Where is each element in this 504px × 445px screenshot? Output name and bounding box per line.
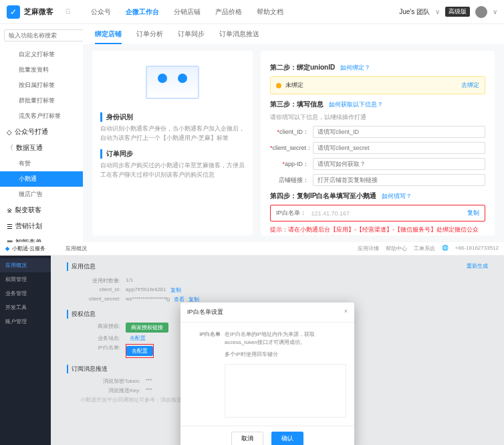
ls-biz[interactable]: 业务管理: [0, 286, 51, 300]
illustration: [100, 59, 245, 106]
step2-link[interactable]: 如何绑定？: [340, 64, 370, 71]
step3-hint: 请你填写以下信息，以继续操作打通: [270, 113, 485, 122]
step3-title: 第三步：填写信息如何获取以下信息？: [270, 100, 485, 109]
client-secret-input[interactable]: [313, 142, 485, 154]
modal-textarea[interactable]: [225, 364, 346, 418]
sb-group-tag[interactable]: 群批量打标签: [0, 93, 83, 108]
sb-title-plan[interactable]: ☰营销计划: [0, 218, 83, 234]
ip-modal: IP白名单设置 × IP白名单 在IP白名单的IP地址内作为来源，获取acces…: [180, 302, 354, 445]
top-nav: ✓ 芝麻微客 G 公众号 企微工作台 分销店铺 产品价格 帮助文档 Jue's …: [0, 0, 504, 24]
modal-ok[interactable]: 确认: [271, 432, 303, 445]
lower-nav-ticket[interactable]: 工单系统: [414, 245, 435, 252]
modal-cancel[interactable]: 取消: [231, 432, 263, 445]
lower-brand-icon: ◆: [5, 246, 9, 252]
ip-value: 121.41.70.167: [311, 210, 350, 217]
ip-warning: 提示：请在小鹅通后台【应用】-【经营渠道】-【微信服务号】处绑定微信公众号，否则…: [270, 226, 485, 236]
google-icon[interactable]: G: [66, 8, 71, 15]
step4-link[interactable]: 如何填写？: [382, 193, 412, 199]
domain-config[interactable]: 去配置: [130, 335, 146, 342]
premium-badge: 高级版: [445, 7, 470, 17]
lm-regen[interactable]: 重新生成: [467, 262, 488, 275]
avatar[interactable]: [475, 6, 487, 18]
lang-icon[interactable]: 🌐: [442, 245, 449, 252]
subnav-sync[interactable]: 订单同步: [178, 29, 205, 44]
main-nav: 公众号 企微工作台 分销店铺 产品价格 帮助文档: [91, 7, 283, 17]
modal-close-icon[interactable]: ×: [344, 308, 348, 317]
merchant-auth-btn[interactable]: 商家授权链接: [126, 323, 168, 333]
modal-text2: 多个IP时使用回车键分: [225, 351, 346, 359]
shop-link-input[interactable]: [313, 174, 485, 186]
ls-overview[interactable]: 应用概况: [0, 258, 51, 272]
step3-link[interactable]: 如何获取以下信息？: [329, 101, 383, 108]
lower-phone: +86-18162733512: [455, 245, 499, 252]
copy-clientid[interactable]: 复制: [170, 286, 181, 294]
nav-fenxiao[interactable]: 分销店铺: [174, 7, 201, 17]
sb-title-data[interactable]: 〈数据互通: [0, 140, 83, 156]
ip-config-highlight: 去配置: [126, 344, 154, 358]
lm-sec1-title: 应用信息: [67, 262, 96, 271]
step2-title: 第二步：绑定unionID如何绑定？: [270, 63, 485, 72]
sec-identity-title: 身份识别: [100, 112, 245, 122]
modal-text1: 在IP白名单的IP地址内作为来源，获取access_token接口才可调用成功。: [225, 331, 346, 347]
nav-right: Jue's 团队 ∨ 高级版 ∨: [399, 6, 497, 18]
lower-nav-detail[interactable]: 应用详情: [358, 245, 379, 252]
sb-xiaoe[interactable]: 小鹅通: [0, 171, 83, 187]
nav-help[interactable]: 帮助文档: [257, 7, 283, 17]
ip-config-btn[interactable]: 去配置: [126, 346, 153, 356]
warn-text: 未绑定: [285, 81, 303, 90]
subnav-bind[interactable]: 绑定店铺: [95, 29, 122, 44]
sb-title-gzh[interactable]: ◇公众号打通: [0, 124, 83, 140]
subnav-push[interactable]: 订单消息推送: [219, 29, 259, 44]
sb-title-liebian[interactable]: ※裂变获客: [0, 202, 83, 218]
sec-sync-desc: 自动同步客户购买过的小鹅通订单至芝麻微客，方便员工在客户聊天过程中识别该客户的购…: [100, 161, 245, 179]
lower-app: ◆ 小鹅通·云服务 应用概况 应用详情 帮助中心 工单系统 🌐 +86-1816…: [0, 242, 504, 445]
ls-dev[interactable]: 开发工具: [0, 300, 51, 315]
subnav-analysis[interactable]: 订单分析: [136, 29, 163, 44]
subnav: 绑定店铺 订单分析 订单同步 订单消息推送: [83, 24, 504, 44]
lower-brand: 小鹅通·云服务: [12, 245, 45, 252]
logo-icon: ✓: [7, 5, 20, 19]
nav-gzh[interactable]: 公众号: [91, 7, 111, 17]
nav-qiwei[interactable]: 企微工作台: [126, 7, 159, 17]
ip-label: IP白名单：: [276, 209, 306, 217]
nav-price[interactable]: 产品价格: [215, 7, 242, 17]
go-bind-link[interactable]: 去绑定: [461, 81, 479, 90]
brand: 芝麻微客: [24, 7, 53, 17]
ip-whitelist-box: IP白名单： 121.41.70.167 复制: [270, 205, 485, 221]
sb-owner-tag[interactable]: 按归属打标签: [0, 78, 83, 93]
sidebar: Q ☰ 自定义打标签 批量发资料 按归属打标签 群批量打标签 流失客户打标签 ◇…: [0, 24, 83, 242]
sb-custom-tag[interactable]: 自定义打标签: [0, 47, 83, 62]
ls-account[interactable]: 账户管理: [0, 315, 51, 329]
modal-label: IP白名单: [188, 331, 221, 359]
app-id-input[interactable]: [313, 158, 485, 170]
search-input[interactable]: [4, 29, 88, 41]
lower-spacer: 应用概况: [66, 245, 87, 252]
modal-title: IP白名单设置: [187, 308, 223, 317]
form-panel: 第二步：绑定unionID如何绑定？ 未绑定 去绑定 第三步：填写信息如何获取以…: [261, 51, 495, 236]
sec-identity-desc: 自动识别小鹅通客户身份，当小鹅通客户加入企微后，自动为该客户打上一个【小鹅通用户…: [100, 124, 245, 143]
sb-batch-mat[interactable]: 批量发资料: [0, 62, 83, 78]
warn-icon: [276, 83, 281, 88]
sb-weidian[interactable]: 微店广告: [0, 187, 83, 202]
step4-title: 第四步：复制IP白名单填写至小鹅通如何填写？: [270, 191, 485, 201]
client-id-input[interactable]: [313, 126, 485, 138]
sec-sync-title: 订单同步: [100, 149, 245, 159]
team-name[interactable]: Jue's 团队: [399, 7, 430, 17]
unbound-alert: 未绑定 去绑定: [270, 76, 485, 94]
ls-auth[interactable]: 权限管理: [0, 272, 51, 286]
lower-nav-help[interactable]: 帮助中心: [386, 245, 407, 252]
lower-sidebar: 应用概况 权限管理 业务管理 开发工具 账户管理: [0, 256, 51, 445]
sb-youzan[interactable]: 有赞: [0, 156, 83, 171]
sb-lost-tag[interactable]: 流失客户打标签: [0, 108, 83, 124]
ip-copy-link[interactable]: 复制: [467, 209, 479, 217]
info-panel: 身份识别 自动识别小鹅通客户身份，当小鹅通客户加入企微后，自动为该客户打上一个【…: [92, 51, 253, 236]
